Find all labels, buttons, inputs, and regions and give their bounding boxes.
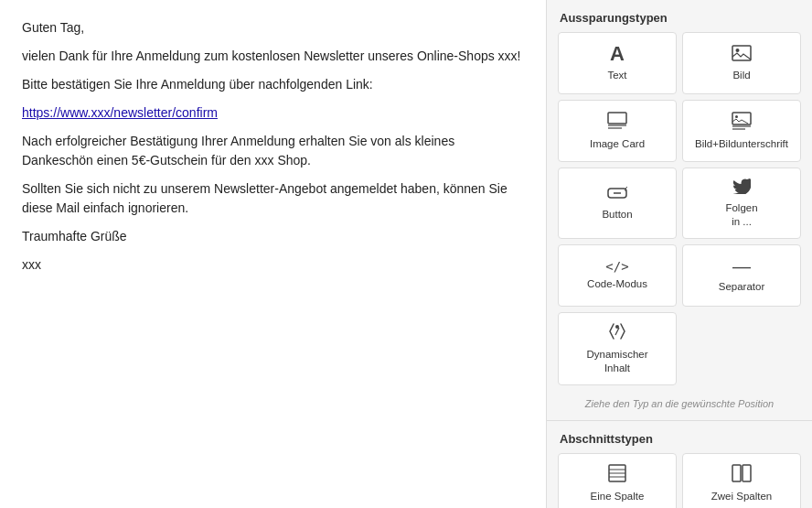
einspalte-icon xyxy=(607,464,627,485)
block-separator[interactable]: — Separator xyxy=(682,244,801,307)
block-folgen[interactable]: Folgenin ... xyxy=(682,168,801,239)
block-button-label: Button xyxy=(602,208,632,222)
block-code[interactable]: </> Code-Modus xyxy=(558,244,677,307)
block-zweispalte[interactable]: Zwei Spalten xyxy=(682,453,801,508)
code-icon: </> xyxy=(605,260,628,273)
email-paragraph4: Sollten Sie sich nicht zu unserem Newsle… xyxy=(22,179,524,218)
email-greeting: Guten Tag, xyxy=(22,18,524,38)
svg-line-12 xyxy=(615,328,619,335)
button-icon xyxy=(607,185,627,203)
aussparungs-header: Aussparungstypen xyxy=(547,0,812,32)
email-link-line: https://www.xxx/newsletter/confirm xyxy=(22,103,524,123)
confirm-link[interactable]: https://www.xxx/newsletter/confirm xyxy=(22,105,218,120)
block-separator-label: Separator xyxy=(719,280,765,294)
block-bildbild[interactable]: Bild+Bildunterschrift xyxy=(682,100,801,162)
block-einspalte-label: Eine Spalte xyxy=(591,490,645,503)
block-bildbild-label: Bild+Bildunterschrift xyxy=(695,137,788,151)
sidebar-panel: Aussparungstypen Text Bild xyxy=(547,0,812,508)
email-paragraph3: Nach erfolgreicher Bestätigung Ihrer Anm… xyxy=(22,132,524,170)
block-text[interactable]: Text xyxy=(558,32,677,94)
block-einspalte[interactable]: Eine Spalte xyxy=(558,453,677,508)
block-code-label: Code-Modus xyxy=(587,277,647,291)
block-folgen-label: Folgenin ... xyxy=(725,201,757,229)
svg-rect-19 xyxy=(743,465,751,481)
email-preview: Guten Tag, vielen Dank für Ihre Anmeldun… xyxy=(0,0,547,508)
svg-point-1 xyxy=(736,49,740,52)
block-bild[interactable]: Bild xyxy=(682,32,801,94)
email-paragraph1: vielen Dank für Ihre Anmeldung zum koste… xyxy=(22,47,524,66)
svg-point-6 xyxy=(735,115,738,118)
block-text-label: Text xyxy=(607,69,626,82)
svg-rect-2 xyxy=(608,113,626,124)
svg-rect-0 xyxy=(732,46,751,60)
folgen-icon xyxy=(732,178,751,197)
abschnitts-header: Abschnittstypen xyxy=(547,421,812,453)
aussparungs-grid: Text Bild Image Card xyxy=(547,32,812,393)
zweispalte-icon xyxy=(732,464,752,485)
abschnitt-grid: Eine Spalte Zwei Spalten Drei Spalten xyxy=(547,453,812,508)
bild-icon xyxy=(732,45,752,64)
email-closing1: Traumhafte Grüße xyxy=(22,227,524,246)
block-imagecard-label: Image Card xyxy=(590,137,645,151)
svg-rect-18 xyxy=(732,465,741,481)
bildbild-icon xyxy=(732,112,752,133)
block-dynamisch[interactable]: DynamischerInhalt xyxy=(558,312,677,385)
imagecard-icon xyxy=(607,112,627,133)
block-imagecard[interactable]: Image Card xyxy=(558,100,677,162)
svg-point-13 xyxy=(615,325,619,329)
dynamisch-icon xyxy=(608,322,626,343)
block-dynamisch-label: DynamischerInhalt xyxy=(586,348,647,375)
email-paragraph2: Bitte bestätigen Sie Ihre Anmeldung über… xyxy=(22,75,524,94)
block-zweispalte-label: Zwei Spalten xyxy=(711,490,772,503)
svg-rect-5 xyxy=(732,113,751,124)
block-bild-label: Bild xyxy=(732,69,750,82)
text-icon xyxy=(610,44,625,64)
email-closing2: xxx xyxy=(22,255,524,275)
block-button[interactable]: Button xyxy=(558,168,677,239)
separator-icon: — xyxy=(732,257,751,276)
aussparungs-drag-hint: Ziehe den Typ an die gewünschte Position xyxy=(547,393,812,420)
